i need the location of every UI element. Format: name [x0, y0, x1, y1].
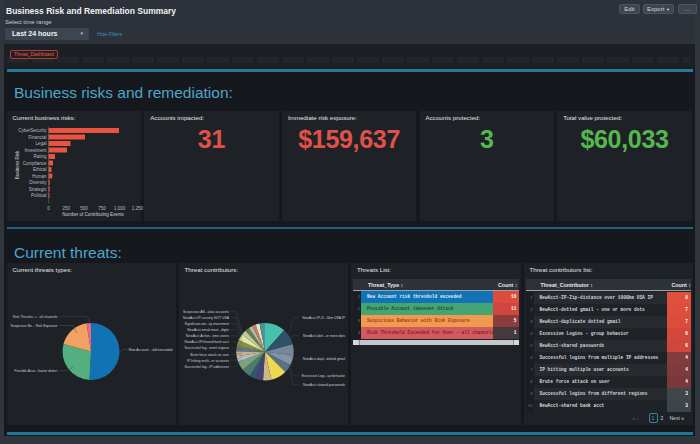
svg-text:New Account ...old exceeded: New Account ...old exceeded — [128, 348, 172, 352]
svg-text:NewAcct-IP/shared bank acct: NewAcct-IP/shared bank acct — [184, 340, 229, 344]
svg-text:IP-hitting-multi...er accounts: IP-hitting-multi...er accounts — [186, 359, 228, 363]
svg-text:Diversity: Diversity — [29, 180, 47, 185]
svg-text:NewAcct-Acttos...time zones: NewAcct-Acttos...time zones — [185, 334, 228, 338]
svg-text:Business Risk: Business Risk — [15, 150, 20, 179]
svg-text:Successful log...IP addresses: Successful log...IP addresses — [184, 365, 229, 369]
svg-text:Ethical: Ethical — [32, 167, 46, 172]
svg-text:Suspicious AB...alias accounts: Suspicious AB...alias accounts — [183, 310, 229, 314]
svg-text:Suspicious Be... Risk Exposure: Suspicious Be... Risk Exposure — [10, 324, 57, 328]
svg-text:NewAcct-dupl...dotted gmail: NewAcct-dupl...dotted gmail — [302, 357, 344, 361]
svg-text:1,000: 1,000 — [114, 206, 126, 211]
svg-text:NewAcct-dott...or more dots: NewAcct-dott...or more dots — [302, 334, 344, 338]
svg-text:CyberSecurity: CyberSecurity — [18, 128, 47, 133]
svg-text:Legal: Legal — [35, 141, 46, 146]
svg-text:Political: Political — [30, 193, 46, 198]
svg-text:Excessive Logi...up behavior: Excessive Logi...up behavior — [301, 374, 345, 378]
svg-text:Financial: Financial — [28, 135, 46, 140]
svg-text:NewAcct-shared passwords: NewAcct-shared passwords — [302, 383, 344, 387]
svg-text:Possible Acco...havior detect: Possible Acco...havior detect — [14, 369, 57, 373]
svg-text:Investment: Investment — [24, 148, 47, 153]
svg-text:Number of Contributing Events: Number of Contributing Events — [62, 212, 124, 217]
svg-text:NewAcct-IP-country NOT USA: NewAcct-IP-country NOT USA — [183, 316, 230, 320]
svg-text:500: 500 — [80, 206, 88, 211]
svg-text:Human: Human — [31, 174, 46, 179]
svg-text:750: 750 — [98, 206, 106, 211]
svg-text:Brute force attack on user: Brute force attack on user — [190, 353, 230, 357]
svg-text:250: 250 — [62, 206, 70, 211]
svg-text:Strategic: Strategic — [28, 187, 47, 192]
svg-text:NewAcct-email-most...digits: NewAcct-email-most...digits — [187, 328, 229, 332]
svg-text:Successful log...erent regions: Successful log...erent regions — [184, 346, 229, 350]
svg-text:NewAcct-IP-Zi...0km USA IP: NewAcct-IP-Zi...0km USA IP — [302, 316, 346, 320]
svg-text:Significant am...ey movement: Significant am...ey movement — [184, 322, 229, 326]
svg-text:Risk Thresho...r - all channel: Risk Thresho...r - all channels — [12, 315, 57, 319]
svg-text:Compliance: Compliance — [22, 161, 46, 166]
svg-text:0: 0 — [47, 206, 50, 211]
svg-text:Rating: Rating — [33, 154, 47, 159]
svg-text:1,250: 1,250 — [131, 206, 143, 211]
